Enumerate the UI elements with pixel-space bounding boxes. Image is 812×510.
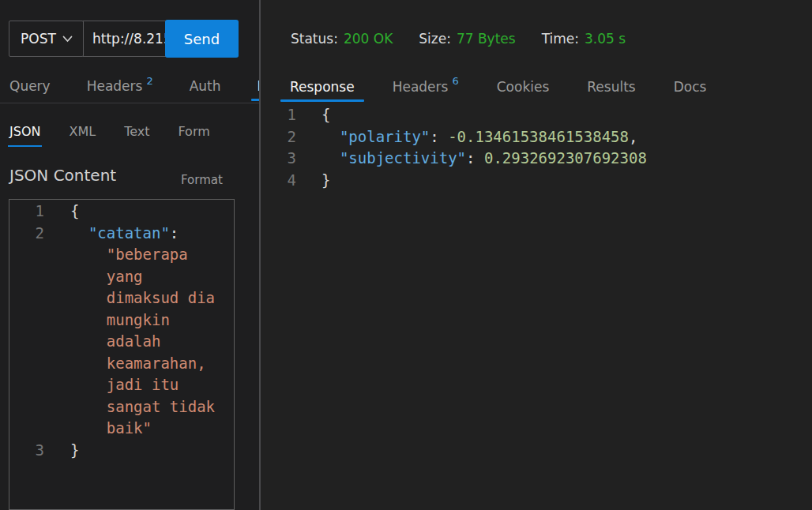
code-line: keamarahan, xyxy=(9,353,234,375)
size-value: 77 Bytes xyxy=(457,31,516,47)
code-line: yang xyxy=(9,266,234,288)
code-line: "beberapa xyxy=(9,244,234,266)
response-size: Size: 77 Bytes xyxy=(419,31,515,47)
code-text: { xyxy=(70,201,79,223)
time-value: 3.05 s xyxy=(585,31,626,47)
code-line: 4} xyxy=(284,170,812,192)
tab-label: Text xyxy=(124,124,149,139)
time-label: Time: xyxy=(542,31,579,47)
code-line: adalah xyxy=(9,331,234,353)
line-number xyxy=(9,309,44,332)
tab-form[interactable]: Form xyxy=(178,115,209,148)
tab-label: Response xyxy=(290,79,355,95)
request-tabs: QueryHeaders2AuthB xyxy=(0,69,259,103)
tab-headers[interactable]: Headers6 xyxy=(383,69,468,103)
tab-count-badge: 2 xyxy=(146,75,152,87)
response-status-bar: Status: 200 OK Size: 77 Bytes Time: 3.05… xyxy=(261,21,626,57)
code-line: 3} xyxy=(9,440,234,462)
code-line: sangat tidak xyxy=(9,396,234,418)
response-body-viewer[interactable]: 1{2 "polarity": -0.13461538461538458,3 "… xyxy=(261,103,812,510)
status-label: Status: xyxy=(291,31,338,47)
tab-cookies[interactable]: Cookies xyxy=(487,69,559,103)
status-value: 200 OK xyxy=(344,31,393,47)
line-number: 3 xyxy=(9,440,44,462)
code-text: yang xyxy=(70,266,143,288)
tab-results[interactable]: Results xyxy=(577,69,645,103)
size-label: Size: xyxy=(419,31,451,47)
tab-label: Query xyxy=(9,78,51,94)
tab-auth[interactable]: Auth xyxy=(190,69,221,103)
tab-label: XML xyxy=(69,124,96,139)
chevron-down-icon xyxy=(62,36,73,43)
code-line: 1{ xyxy=(9,201,234,223)
tab-label: Auth xyxy=(190,78,221,94)
code-text: "beberapa xyxy=(70,244,188,266)
line-number xyxy=(9,396,44,418)
line-number xyxy=(9,331,44,353)
code-text: { xyxy=(321,104,330,126)
line-number: 1 xyxy=(284,104,296,126)
line-number: 4 xyxy=(284,170,296,192)
line-number xyxy=(9,287,44,309)
tab-json[interactable]: JSON xyxy=(9,115,40,148)
tab-text[interactable]: Text xyxy=(124,115,149,148)
tab-docs[interactable]: Docs xyxy=(664,69,716,103)
tab-response[interactable]: Response xyxy=(280,69,364,103)
tab-label: Docs xyxy=(674,79,707,95)
tab-label: Form xyxy=(178,124,209,139)
response-tabs: ResponseHeaders6CookiesResultsDocs xyxy=(261,69,812,103)
code-line: 2 "catatan": xyxy=(9,223,234,245)
response-pane: Status: 200 OK Size: 77 Bytes Time: 3.05… xyxy=(261,0,812,510)
line-number: 1 xyxy=(9,201,44,223)
code-text: } xyxy=(70,440,79,462)
code-text: dimaksud dia xyxy=(70,287,215,309)
tab-label: Results xyxy=(587,79,635,95)
code-line: mungkin xyxy=(9,309,234,332)
response-time: Time: 3.05 s xyxy=(542,31,626,47)
code-line: jadi itu xyxy=(9,374,234,396)
code-line: baik" xyxy=(9,418,234,440)
tab-label: JSON xyxy=(9,124,40,139)
line-number xyxy=(9,244,44,266)
tab-count-badge: 6 xyxy=(452,75,458,87)
tab-xml[interactable]: XML xyxy=(69,115,96,148)
code-text: jadi itu xyxy=(70,374,179,396)
tab-label: Headers xyxy=(393,79,449,95)
code-line: 1{ xyxy=(284,104,812,126)
tab-label: Cookies xyxy=(497,79,550,95)
tab-query[interactable]: Query xyxy=(9,69,51,103)
send-button[interactable]: Send xyxy=(165,20,239,58)
method-select-value: POST xyxy=(21,31,56,47)
code-text: mungkin xyxy=(70,309,170,332)
json-body-editor[interactable]: 1{2 "catatan": "beberapa yang dimaksud d… xyxy=(9,199,235,510)
line-number: 2 xyxy=(284,126,296,148)
tab-headers[interactable]: Headers2 xyxy=(87,69,153,103)
body-type-tabs: JSONXMLTextForm xyxy=(0,115,261,148)
code-text: "catatan": xyxy=(70,223,179,245)
code-text: "polarity": -0.13461538461538458, xyxy=(321,126,637,148)
line-number xyxy=(9,353,44,375)
code-text: baik" xyxy=(70,418,152,440)
code-line: 2 "polarity": -0.13461538461538458, xyxy=(284,126,812,148)
line-number xyxy=(9,266,44,288)
status-code: Status: 200 OK xyxy=(291,31,393,47)
code-text: } xyxy=(321,170,330,192)
line-number: 3 xyxy=(284,148,296,170)
code-line: dimaksud dia xyxy=(9,287,234,309)
code-text: sangat tidak xyxy=(70,396,215,418)
line-number xyxy=(9,374,44,396)
code-text: "subjectivity": 0.2932692307692308 xyxy=(321,148,647,170)
code-line: 3 "subjectivity": 0.2932692307692308 xyxy=(284,148,812,170)
format-button[interactable]: Format xyxy=(181,173,223,187)
request-pane: POST Send QueryHeaders2AuthB JSONXMLText… xyxy=(0,0,261,510)
code-text: adalah xyxy=(70,331,160,353)
method-select[interactable]: POST xyxy=(9,21,84,57)
line-number xyxy=(9,418,44,440)
code-text: keamarahan, xyxy=(70,353,206,375)
tab-label: Headers xyxy=(87,78,143,94)
line-number: 2 xyxy=(9,223,44,245)
body-editor-heading: JSON Content xyxy=(9,166,116,185)
